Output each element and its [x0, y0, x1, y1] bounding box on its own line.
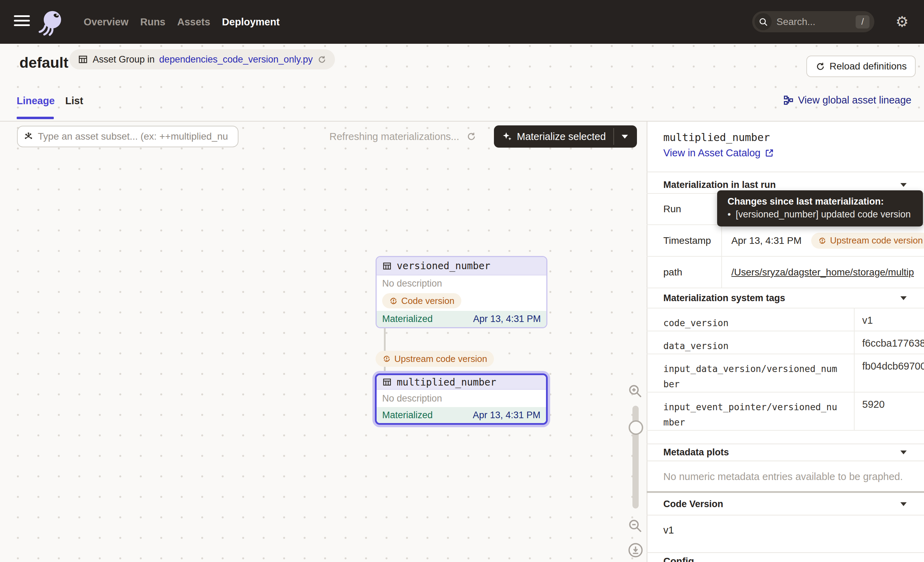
code-version-icon — [382, 355, 391, 363]
sidebar-divider — [646, 171, 924, 172]
section-config[interactable]: Config — [663, 556, 694, 562]
materialized-status: Materialized — [382, 314, 433, 325]
reload-definitions-label: Reload definitions — [830, 61, 907, 72]
search-shortcut-badge: / — [856, 15, 870, 29]
reload-icon — [815, 62, 825, 72]
lineage-graph-icon — [783, 95, 794, 105]
asset-node-versioned-number[interactable]: versioned_number No description Code ver… — [376, 256, 548, 328]
settings-gear-icon[interactable]: ⚙ — [896, 13, 909, 30]
code-version-badge: Code version — [382, 293, 461, 308]
tag-key: input_event_pointer/versioned_number — [646, 392, 855, 431]
hamburger-menu-icon[interactable] — [14, 15, 30, 29]
view-global-asset-lineage-link[interactable]: View global asset lineage — [783, 95, 912, 106]
path-row-key: path — [646, 257, 722, 288]
sparkle-icon — [502, 131, 513, 142]
chevron-down-icon — [900, 502, 907, 506]
zoom-slider-handle[interactable] — [628, 420, 643, 435]
chevron-down-icon — [900, 451, 907, 454]
tag-value: 5920 — [855, 392, 924, 431]
view-global-asset-lineage-label: View global asset lineage — [798, 95, 912, 106]
table-grid-icon — [78, 54, 88, 65]
dagster-logo-icon[interactable] — [37, 8, 64, 38]
materialize-selected-button[interactable]: Materialize selected — [494, 125, 637, 147]
section-header-label: Materialization in last run — [663, 180, 776, 190]
main-area: default Asset Group in dependencies_code… — [0, 44, 924, 562]
upstream-code-version-badge: Upstream code version — [376, 351, 494, 367]
tag-key: code_version — [646, 308, 855, 331]
timestamp-row-key: Timestamp — [646, 225, 722, 257]
upstream-code-version-badge: Upstream code version — [811, 233, 924, 249]
zoom-out-icon[interactable] — [628, 518, 643, 533]
asset-node-multiplied-number[interactable]: multiplied_number No description Materia… — [375, 373, 548, 425]
tab-lineage[interactable]: Lineage — [16, 95, 55, 107]
table-grid-icon — [382, 377, 392, 387]
top-nav-bar: Overview Runs Assets Deployment Search..… — [0, 0, 924, 44]
external-link-icon — [765, 148, 774, 158]
materialize-dropdown-button[interactable] — [614, 125, 636, 147]
global-search[interactable]: Search... / — [752, 11, 874, 32]
zoom-in-icon[interactable] — [628, 383, 643, 399]
code-version-icon — [818, 236, 826, 245]
asset-graph-icon — [23, 131, 34, 142]
materialized-timestamp: Apr 13, 4:31 PM — [473, 314, 541, 325]
search-placeholder: Search... — [777, 17, 856, 27]
nav-overview[interactable]: Overview — [84, 17, 128, 28]
view-in-asset-catalog-label: View in Asset Catalog — [663, 147, 760, 159]
tag-value: f6ccba177638 — [855, 331, 924, 354]
code-version-icon — [389, 297, 398, 305]
asset-node-title: multiplied_number — [397, 377, 496, 388]
sidebar-divider — [646, 515, 924, 515]
code-version-value: v1 — [663, 524, 674, 536]
nav-deployment[interactable]: Deployment — [222, 17, 280, 28]
upstream-code-version-label: Upstream code version — [394, 353, 487, 364]
tag-value: fb04dcb69700 — [855, 354, 924, 392]
sidebar-divider — [646, 461, 924, 461]
sidebar-section-divider — [646, 491, 924, 493]
code-version-badge-label: Code version — [401, 296, 454, 307]
tooltip-bullet: • — [728, 209, 730, 220]
asset-subset-filter[interactable] — [17, 126, 238, 147]
active-tab-indicator — [16, 117, 54, 119]
chevron-down-icon — [622, 135, 628, 138]
asset-subset-input[interactable] — [38, 131, 232, 142]
code-file-link[interactable]: dependencies_code_version_only.py — [159, 54, 313, 65]
section-system-tags[interactable]: Materialization system tags — [663, 290, 907, 307]
refresh-status-label: Refreshing materializations... — [329, 131, 459, 143]
tab-list[interactable]: List — [65, 95, 83, 107]
asset-node-description: No description — [376, 275, 546, 292]
sidebar-divider — [646, 552, 924, 553]
materialized-timestamp: Apr 13, 4:31 PM — [473, 410, 540, 421]
refresh-icon[interactable] — [466, 131, 477, 142]
refresh-status: Refreshing materializations... — [329, 126, 477, 147]
section-code-version[interactable]: Code Version — [663, 494, 907, 514]
nav-runs[interactable]: Runs — [140, 17, 166, 28]
path-link[interactable]: /Users/sryza/dagster_home/storage/multip — [731, 267, 914, 278]
tag-key: input_data_version/versioned_number — [646, 354, 855, 392]
reload-definitions-button[interactable]: Reload definitions — [806, 56, 916, 77]
asset-group-chip: Asset Group in dependencies_code_version… — [69, 49, 335, 69]
section-metadata-plots[interactable]: Metadata plots — [663, 444, 907, 461]
search-icon — [754, 13, 772, 30]
section-header-label: Metadata plots — [663, 447, 729, 458]
table-grid-icon — [382, 261, 392, 271]
tooltip-title: Changes since last materialization: — [728, 196, 912, 207]
tooltip-item: [versioned_number] updated code version — [735, 209, 910, 220]
asset-node-title: versioned_number — [397, 260, 490, 272]
view-in-asset-catalog-link[interactable]: View in Asset Catalog — [663, 147, 774, 159]
materialized-status: Materialized — [382, 410, 433, 421]
tag-value: v1 — [855, 308, 924, 331]
sidebar-asset-name: multiplied_number — [663, 131, 770, 143]
system-tags-table: code_version v1 data_version f6ccba17763… — [646, 308, 924, 431]
reload-icon[interactable] — [317, 55, 327, 64]
timestamp-value: Apr 13, 4:31 PM — [731, 235, 801, 246]
changes-tooltip: Changes since last materialization: • [v… — [717, 190, 923, 227]
chevron-down-icon — [900, 296, 907, 300]
metadata-plots-empty-message: No numeric metadata entries available to… — [663, 471, 903, 482]
materialize-selected-label: Materialize selected — [517, 131, 606, 143]
chevron-down-icon — [900, 183, 907, 187]
upstream-code-version-label: Upstream code version — [830, 235, 922, 246]
download-view-icon[interactable] — [627, 542, 644, 559]
nav-assets[interactable]: Assets — [177, 17, 210, 28]
section-header-label: Materialization system tags — [663, 293, 785, 304]
section-header-label: Code Version — [663, 499, 723, 509]
